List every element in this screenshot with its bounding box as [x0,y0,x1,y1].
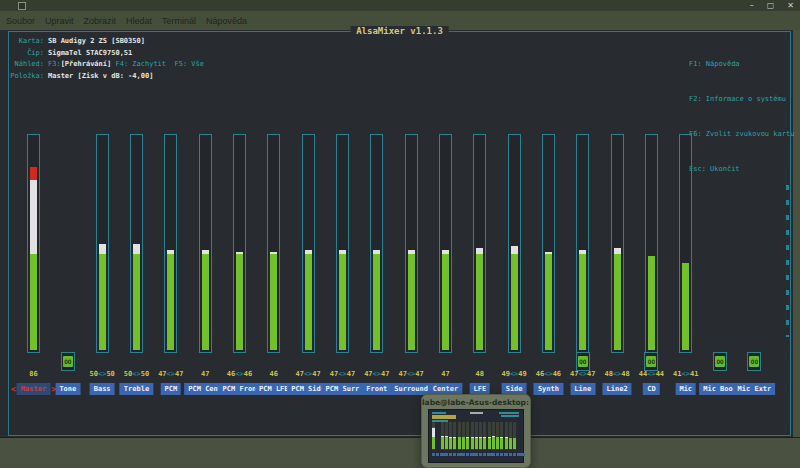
mute-switch-cd[interactable]: OO [644,352,658,371]
volume-bar-synth[interactable] [542,134,555,353]
mini-volume-bar [466,422,469,450]
bar-fill [579,254,586,350]
volume-bar-line[interactable] [576,134,589,353]
mini-channel-label [466,453,470,456]
menu-upravit[interactable]: Upravit [45,16,74,26]
mini-bar-fill [432,428,435,437]
bar-fill [373,254,380,350]
mini-bar-fill [488,437,491,438]
volume-bar-pcm[interactable] [164,134,177,353]
channel-label-row: CD [643,383,659,395]
bar-fill [614,248,621,254]
mini-channel-label [500,453,504,456]
bar-fill [476,254,483,350]
close-button[interactable]: ✕ [787,0,794,11]
volume-bar-front[interactable] [370,134,383,353]
mini-bar-fill [475,437,478,449]
volume-bar-treble[interactable] [130,134,143,353]
channel-label-tone[interactable]: Tone [55,383,80,395]
bar-fill [648,256,655,350]
menu-soubor[interactable]: Soubor [6,16,35,26]
mini-bar-fill [492,436,495,437]
channel-label-bass[interactable]: Bass [90,383,115,395]
bar-fill [305,254,312,350]
menu-terminal[interactable]: Terminál [162,16,196,26]
channel-label-line2[interactable]: Line2 [603,383,632,395]
switch-on-indicator: OO [749,356,759,367]
channel-label-pcm[interactable]: PCM [160,383,181,395]
channel-label-line[interactable]: Line [570,383,595,395]
mini-bar-fill [475,437,478,438]
menu-zobrazit[interactable]: Zobrazit [84,16,117,26]
volume-bar-mic[interactable] [679,134,692,353]
mini-channel-label [444,453,448,456]
bar-fill [373,250,380,254]
volume-bar-pcm-lfe[interactable] [267,134,280,353]
mini-bar-fill [505,437,508,449]
mini-volume-bar [496,422,499,450]
window-titlebar: – ▢ ✕ [0,0,800,11]
volume-bar-line2[interactable] [611,134,624,353]
volume-bar-lfe[interactable] [473,134,486,353]
volume-bar-pcm-cent[interactable] [199,134,212,353]
volume-bar-pcm-fron[interactable] [233,134,246,353]
bar-fill [511,246,518,255]
volume-bar-pcm-side[interactable] [302,134,315,353]
menu-napoveda[interactable]: Nápověda [206,16,247,26]
mini-volume-bar [453,422,456,450]
channel-label-row: Synth [534,383,563,395]
channel-label-master[interactable]: Master [17,383,50,395]
mini-bar-fill [449,437,452,438]
minimize-button[interactable]: – [750,0,754,11]
mini-volume-bar [500,422,503,450]
mini-channel-label [521,453,525,456]
bar-fill [682,263,689,350]
selected-left-arrow: < [11,385,16,394]
volume-bar-center[interactable] [439,134,452,353]
channel-label-mic-extr[interactable]: Mic Extr [734,383,776,395]
volume-bar-surround[interactable] [405,134,418,353]
mini-bar-fill [432,437,435,449]
mini-volume-bar [471,422,474,450]
mini-channel-label [517,453,521,456]
mini-channel-label [496,453,500,456]
volume-bar-cd[interactable] [645,134,658,353]
window-preview-popup[interactable]: labe@labe-Asus-desktop: ~ [421,394,531,468]
channel-label-row: Line2 [603,383,632,395]
mute-switch-mic-boos[interactable]: OO [713,352,727,371]
mini-volume-bar [505,422,508,450]
switch-on-indicator: OO [646,356,656,367]
bar-fill [339,254,346,350]
channel-label-synth[interactable]: Synth [534,383,563,395]
volume-bar-pcm-surr[interactable] [336,134,349,353]
bar-fill [270,252,277,254]
channel-value: 41<>41 [661,370,711,378]
volume-bar-master[interactable] [27,134,40,353]
mini-bar-fill [449,437,452,449]
channel-label-row: <Master> [11,383,56,395]
mute-switch-tone[interactable]: OO [61,352,75,371]
preview-thumbnail [428,409,524,463]
channel-label-treble[interactable]: Treble [120,383,153,395]
volume-bar-bass[interactable] [96,134,109,353]
bar-fill [408,254,415,350]
bar-fill [30,180,37,255]
mini-channel-label [491,453,495,456]
menu-hledat[interactable]: Hledat [126,16,152,26]
mini-bar-fill [471,437,474,438]
mini-channel-label [470,453,474,456]
maximize-button[interactable]: ▢ [767,0,775,11]
channel-label-front[interactable]: Front [362,383,391,395]
mini-channel-label [457,453,461,456]
mini-channel-label [513,453,517,456]
mini-channel-label [504,453,508,456]
channel-label-cd[interactable]: CD [643,383,659,395]
volume-bar-side[interactable] [508,134,521,353]
channel-label-pcm-surr[interactable]: PCM Surr [322,383,364,395]
mute-switch-mic-extr[interactable]: OO [747,352,761,371]
mini-volume-bar [509,422,512,450]
channel-label-mic[interactable]: Mic [675,383,696,395]
bar-fill [305,250,312,254]
mute-switch-line[interactable]: OO [576,352,590,371]
mini-channel-label [440,453,444,456]
